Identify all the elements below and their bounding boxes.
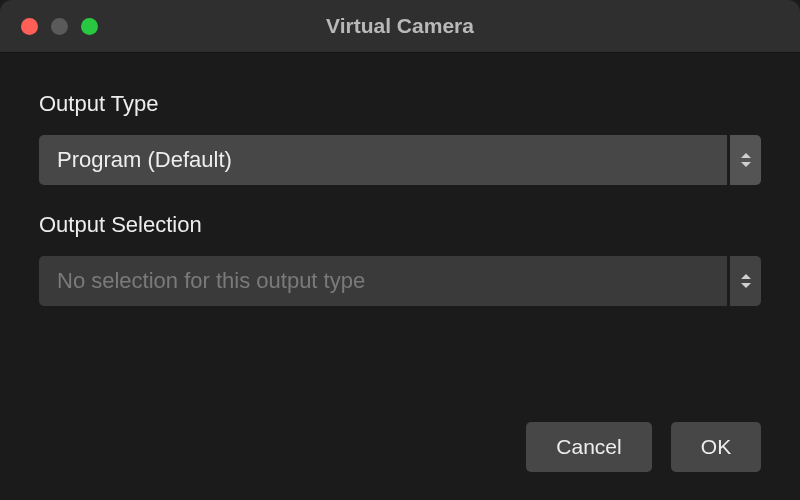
chevron-up-icon	[741, 274, 751, 279]
output-selection-value: No selection for this output type	[39, 256, 727, 306]
zoom-window-button[interactable]	[81, 18, 98, 35]
output-type-field: Output Type Program (Default)	[39, 91, 761, 185]
window-controls	[21, 18, 98, 35]
cancel-button[interactable]: Cancel	[526, 422, 652, 472]
minimize-window-button[interactable]	[51, 18, 68, 35]
output-type-stepper[interactable]	[730, 135, 761, 185]
output-type-label: Output Type	[39, 91, 761, 117]
dialog-content: Output Type Program (Default) Output Sel…	[0, 53, 800, 306]
titlebar: Virtual Camera	[0, 0, 800, 53]
chevron-down-icon	[741, 283, 751, 288]
output-selection-label: Output Selection	[39, 212, 761, 238]
close-window-button[interactable]	[21, 18, 38, 35]
chevron-down-icon	[741, 162, 751, 167]
output-type-value: Program (Default)	[39, 135, 727, 185]
output-selection-field: Output Selection No selection for this o…	[39, 212, 761, 306]
chevron-up-icon	[741, 153, 751, 158]
output-selection-select[interactable]: No selection for this output type	[39, 256, 761, 306]
window-title: Virtual Camera	[326, 14, 474, 38]
output-type-select[interactable]: Program (Default)	[39, 135, 761, 185]
dialog-footer: Cancel OK	[526, 422, 761, 472]
ok-button[interactable]: OK	[671, 422, 761, 472]
output-selection-stepper[interactable]	[730, 256, 761, 306]
